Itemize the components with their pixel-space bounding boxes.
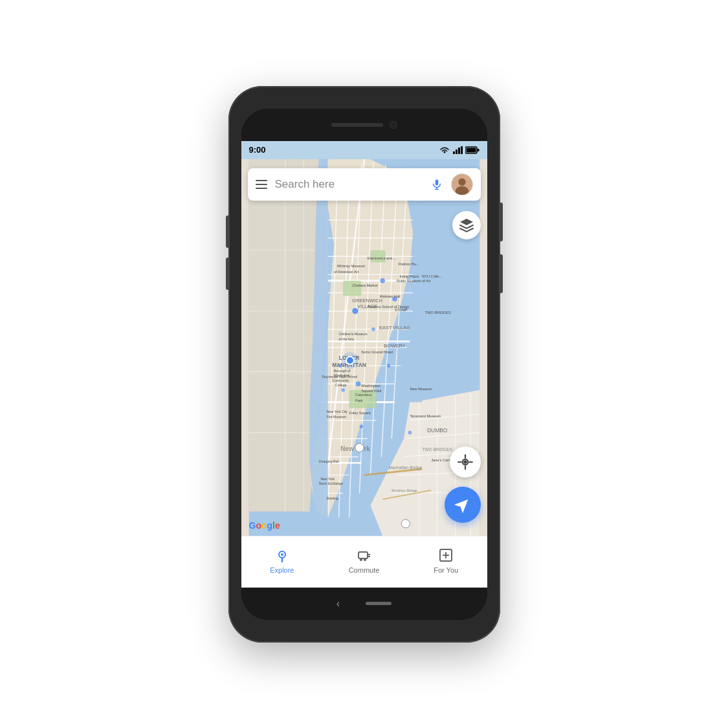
map-area[interactable]: Manhattan Bridge Brooklyn Bridge LOWER M… — [241, 159, 487, 536]
svg-text:TWO BRIDGES: TWO BRIDGES — [422, 447, 452, 451]
svg-text:Rubin Museum of Art: Rubin Museum of Art — [396, 278, 430, 282]
svg-text:EAST VILLAG: EAST VILLAG — [379, 324, 410, 330]
svg-text:Washington: Washington — [361, 384, 381, 388]
screen-content: 9:00 — [241, 141, 487, 588]
bottom-navigation: Explore Commute — [241, 536, 487, 588]
svg-text:Community: Community — [332, 378, 349, 382]
svg-text:NYU Colle...: NYU Colle... — [422, 274, 442, 278]
svg-text:Square Park: Square Park — [361, 388, 381, 392]
nav-explore[interactable]: Explore — [241, 547, 324, 577]
svg-rect-2 — [458, 148, 460, 154]
map-background: Manhattan Bridge Brooklyn Bridge LOWER M… — [241, 159, 487, 536]
svg-text:Columbus: Columbus — [355, 393, 371, 397]
svg-point-123 — [463, 460, 467, 463]
battery-icon — [465, 146, 480, 154]
svg-text:Children's Museum: Children's Museum — [338, 332, 367, 336]
svg-text:DUMBO: DUMBO — [426, 427, 447, 434]
for-you-icon — [438, 547, 454, 563]
top-bezel — [241, 109, 487, 141]
svg-point-128 — [458, 178, 465, 185]
svg-point-78 — [408, 430, 412, 434]
svg-text:College: College — [335, 383, 346, 387]
microphone-icon — [431, 178, 443, 191]
svg-text:New York City: New York City — [326, 410, 347, 414]
status-time: 9:00 — [249, 145, 266, 155]
svg-rect-3 — [461, 146, 463, 154]
wifi-icon — [439, 146, 450, 154]
explore-icon — [274, 547, 290, 563]
svg-text:Park: Park — [355, 398, 362, 402]
svg-point-131 — [281, 553, 283, 556]
my-location-icon — [457, 454, 474, 470]
volume-down-button[interactable] — [226, 258, 228, 290]
svg-text:Parsons School of Design: Parsons School of Design — [367, 304, 409, 308]
commute-icon-container — [356, 547, 373, 564]
for-you-label: For You — [434, 566, 458, 574]
svg-point-75 — [371, 327, 375, 331]
svg-text:Flatiron Bu...: Flatiron Bu... — [398, 262, 419, 266]
svg-text:Soho Grand Hotel: Soho Grand Hotel — [361, 349, 393, 354]
signal-icon — [452, 146, 463, 154]
svg-point-76 — [386, 364, 390, 368]
svg-text:Chelsea Market: Chelsea Market — [352, 283, 378, 287]
svg-point-136 — [360, 558, 362, 561]
home-pill[interactable] — [366, 602, 392, 605]
phone-device: 9:00 — [228, 86, 500, 643]
back-button[interactable]: ‹ — [336, 598, 340, 610]
svg-point-116 — [355, 443, 363, 452]
mic-button[interactable] — [428, 175, 446, 193]
svg-text:Brooklyn Bridge: Brooklyn Bridge — [392, 489, 417, 492]
svg-text:Whitney Museum: Whitney Museum — [336, 264, 365, 268]
svg-text:of American Art: of American Art — [334, 270, 359, 274]
svg-point-72 — [352, 307, 358, 313]
avatar-image — [452, 173, 472, 195]
search-bar[interactable]: Search here — [248, 168, 481, 201]
svg-rect-124 — [435, 179, 438, 185]
user-avatar[interactable] — [451, 173, 473, 195]
svg-text:Borough of: Borough of — [334, 368, 351, 372]
search-input[interactable]: Search here — [275, 178, 428, 191]
svg-text:New Museum: New Museum — [410, 386, 432, 390]
svg-text:Fire Museum: Fire Museum — [326, 414, 346, 418]
phone-screen: 9:00 — [241, 109, 487, 620]
svg-text:Charging Bull: Charging Bull — [318, 459, 338, 463]
layers-icon — [459, 217, 474, 233]
svg-point-73 — [380, 278, 385, 283]
status-bar: 9:00 — [241, 141, 487, 159]
map-svg: Manhattan Bridge Brooklyn Bridge LOWER M… — [241, 159, 487, 536]
svg-text:GREENWICH: GREENWICH — [352, 297, 382, 303]
svg-text:Webster Hall: Webster Hall — [379, 294, 400, 298]
commute-label: Commute — [349, 566, 380, 574]
svg-point-117 — [401, 519, 410, 527]
for-you-icon-container — [437, 547, 454, 564]
status-icons — [439, 146, 480, 154]
layers-button[interactable] — [452, 211, 481, 239]
volume-up-button[interactable] — [226, 215, 228, 248]
svg-text:Manhattan: Manhattan — [334, 373, 349, 377]
commute-icon — [357, 547, 372, 563]
svg-text:Stock Exchange: Stock Exchange — [318, 481, 342, 485]
nav-commute[interactable]: Commute — [323, 547, 405, 577]
nav-for-you[interactable]: For You — [405, 547, 487, 577]
svg-text:TWO BRIDGES: TWO BRIDGES — [425, 311, 450, 314]
svg-point-80 — [338, 364, 342, 368]
explore-label: Explore — [270, 566, 294, 574]
navigate-icon — [454, 496, 472, 514]
navigate-button[interactable] — [445, 487, 481, 523]
svg-rect-1 — [456, 149, 458, 154]
svg-text:Bowling: Bowling — [326, 496, 338, 500]
speaker-grille — [331, 123, 383, 127]
menu-button[interactable] — [256, 180, 267, 189]
svg-text:Tenement Museum: Tenement Museum — [410, 414, 441, 417]
google-logo: Google — [249, 520, 280, 531]
front-camera — [390, 121, 397, 129]
svg-rect-6 — [466, 148, 476, 152]
svg-rect-133 — [358, 552, 368, 558]
explore-icon-container — [274, 547, 291, 564]
my-location-button[interactable] — [450, 447, 481, 478]
current-location-dot — [344, 355, 356, 366]
svg-point-77 — [359, 425, 363, 428]
svg-rect-5 — [477, 149, 479, 151]
svg-rect-0 — [453, 151, 455, 154]
svg-text:Electronics and...: Electronics and... — [367, 256, 395, 259]
